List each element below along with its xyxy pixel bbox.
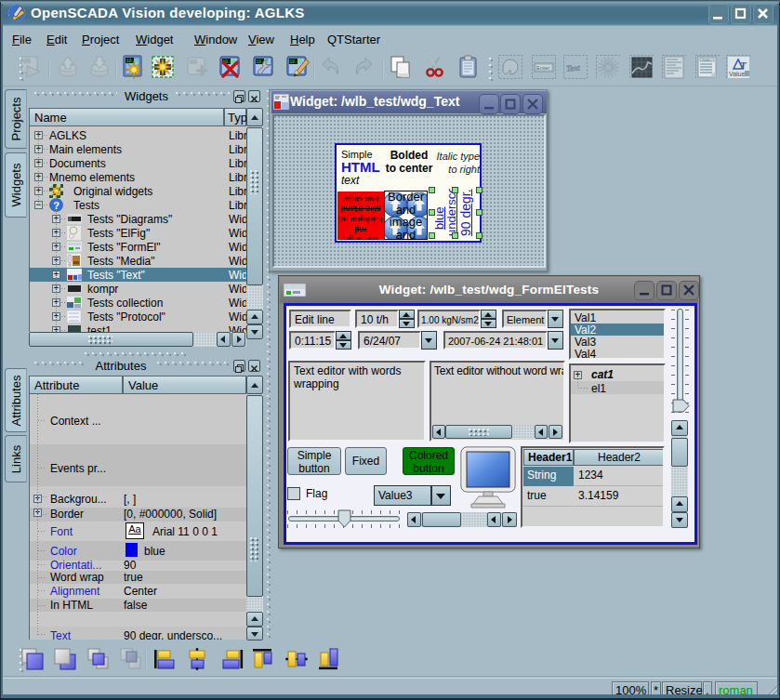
svg-text:10.30: 10.30 xyxy=(126,59,139,63)
svg-text:Value: Value xyxy=(729,71,745,77)
svg-text:Order: Order xyxy=(702,59,711,62)
svg-text:?: ? xyxy=(53,200,59,211)
svg-text:Text: Text xyxy=(566,63,581,73)
svg-text:Enter: Enter xyxy=(536,65,549,71)
svg-text:10.30: 10.30 xyxy=(290,59,303,64)
